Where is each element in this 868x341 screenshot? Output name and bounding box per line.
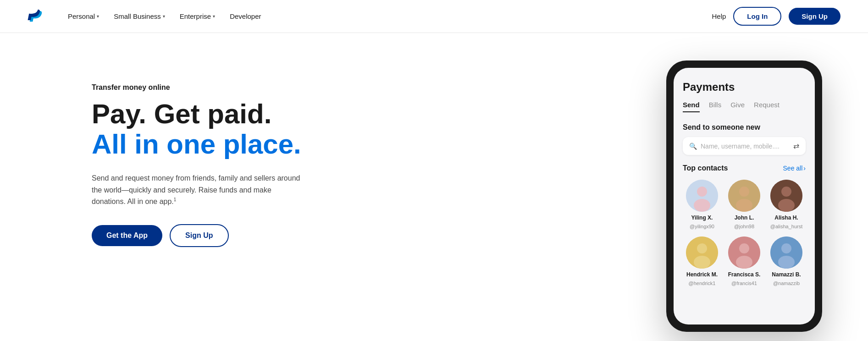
phone-screen: Payments Send Bills Give Request Send to… [674, 68, 815, 324]
nav-developer[interactable]: Developer [224, 9, 266, 24]
navbar-nav: Personal ▾ Small Business ▾ Enterprise ▾… [62, 9, 712, 24]
phone-content: Payments Send Bills Give Request Send to… [674, 68, 815, 295]
search-placeholder: Name, username, mobile.... [701, 143, 790, 150]
contact-handle: @alisha_hurst [770, 224, 802, 229]
avatar [770, 180, 802, 212]
hero-eyebrow: Transfer money online [92, 83, 303, 92]
contact-name: Francisca S. [728, 271, 761, 278]
help-link[interactable]: Help [712, 12, 726, 20]
svg-point-5 [736, 199, 752, 212]
svg-point-1 [697, 187, 707, 197]
svg-point-2 [694, 199, 710, 212]
svg-point-16 [781, 243, 791, 253]
avatar [686, 236, 718, 269]
chevron-right-icon: › [803, 165, 806, 172]
contact-item[interactable]: Namazzi B.@namazzib [767, 236, 806, 286]
phone-tabs: Send Bills Give Request [683, 101, 806, 112]
contact-item[interactable]: John L.@john98 [725, 180, 763, 229]
filter-icon: ⇄ [793, 142, 799, 150]
contact-item[interactable]: Francisca S.@francis41 [725, 236, 763, 286]
svg-point-10 [697, 243, 707, 253]
svg-point-4 [739, 187, 749, 197]
hero-description-sup: 1 [174, 197, 177, 202]
contact-handle: @francis41 [731, 280, 757, 286]
contact-item[interactable]: Hendrick M.@hendrick1 [683, 236, 721, 286]
signup-button[interactable]: Sign Up [789, 8, 840, 25]
see-all-label: See all [783, 165, 803, 172]
svg-point-14 [736, 256, 752, 269]
avatar [728, 236, 760, 269]
nav-small-business-label: Small Business [114, 12, 161, 20]
hero-title-line1: Pay. Get paid. [92, 99, 303, 129]
nav-enterprise-label: Enterprise [180, 12, 211, 20]
svg-point-7 [781, 187, 791, 197]
contact-name: Alisha H. [774, 214, 798, 221]
see-all-link[interactable]: See all › [783, 165, 806, 172]
contact-item[interactable]: Yiling X.@yilingx90 [683, 180, 721, 229]
nav-small-business[interactable]: Small Business ▾ [108, 9, 171, 24]
phone-mockup: Payments Send Bills Give Request Send to… [666, 60, 822, 332]
contact-name: Namazzi B. [772, 271, 801, 278]
contact-name: Yiling X. [691, 214, 713, 221]
nav-personal-label: Personal [68, 12, 95, 20]
contacts-header: Top contacts See all › [683, 164, 806, 172]
hero-description-text: Send and request money from friends, fam… [92, 174, 300, 205]
avatar [770, 236, 802, 269]
tab-send[interactable]: Send [683, 101, 700, 112]
contacts-title: Top contacts [683, 164, 728, 172]
send-section-title: Send to someone new [683, 123, 806, 132]
tab-bills[interactable]: Bills [709, 101, 722, 112]
avatar [728, 180, 760, 212]
contact-name: Hendrick M. [686, 271, 718, 278]
hero-description: Send and request money from friends, fam… [92, 172, 303, 208]
get-app-button[interactable]: Get the App [92, 225, 162, 246]
phone-mockup-container: Payments Send Bills Give Request Send to… [666, 60, 831, 332]
hero-title-line2: All in one place. [92, 129, 303, 160]
svg-point-8 [778, 199, 795, 212]
nav-enterprise[interactable]: Enterprise ▾ [174, 9, 221, 24]
search-icon: 🔍 [689, 143, 697, 150]
phone-title: Payments [683, 81, 806, 94]
svg-point-11 [694, 256, 710, 269]
nav-developer-label: Developer [230, 12, 261, 20]
svg-point-17 [778, 256, 795, 269]
tab-request[interactable]: Request [754, 101, 780, 112]
svg-point-13 [739, 243, 749, 253]
tab-give[interactable]: Give [730, 101, 745, 112]
hero-title: Pay. Get paid. All in one place. [92, 99, 303, 160]
contact-name: John L. [735, 214, 754, 221]
contact-handle: @john98 [734, 224, 754, 229]
chevron-down-icon: ▾ [163, 14, 165, 19]
paypal-logo[interactable] [28, 7, 44, 26]
contact-handle: @yilingx90 [690, 224, 714, 229]
hero-section: Transfer money online Pay. Get paid. All… [0, 33, 868, 341]
contact-handle: @hendrick1 [689, 280, 716, 286]
search-bar[interactable]: 🔍 Name, username, mobile.... ⇄ [683, 137, 806, 155]
navbar: Personal ▾ Small Business ▾ Enterprise ▾… [0, 0, 868, 33]
hero-signup-button[interactable]: Sign Up [170, 224, 228, 247]
chevron-down-icon: ▾ [97, 14, 99, 19]
contacts-grid: Yiling X.@yilingx90 John L.@john98 Alish… [683, 180, 806, 286]
login-button[interactable]: Log In [733, 7, 781, 26]
avatar [686, 180, 718, 212]
contact-handle: @namazzib [773, 280, 800, 286]
contact-item[interactable]: Alisha H.@alisha_hurst [767, 180, 806, 229]
nav-personal[interactable]: Personal ▾ [62, 9, 105, 24]
hero-buttons: Get the App Sign Up [92, 224, 303, 247]
navbar-actions: Help Log In Sign Up [712, 7, 840, 26]
chevron-down-icon: ▾ [213, 14, 215, 19]
hero-content: Transfer money online Pay. Get paid. All… [92, 70, 303, 247]
